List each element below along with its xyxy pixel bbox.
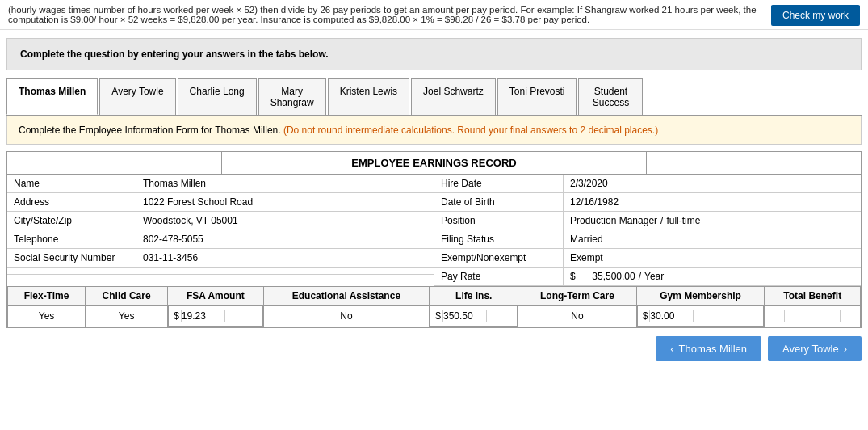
col-child-care: Child Care <box>86 287 168 306</box>
pay-rate-label: Pay Rate <box>434 268 564 285</box>
table-row: City/State/Zip Woodstock, VT 05001 <box>7 212 434 230</box>
total-benefit-input[interactable] <box>784 310 841 322</box>
ssn-value: 031-11-3456 <box>136 249 434 267</box>
flex-time-value: Yes <box>8 306 86 327</box>
record-left: Name Thomas Millen Address 1022 Forest S… <box>7 175 434 286</box>
earnings-record: EMPLOYEE EARNINGS RECORD Name Thomas Mil… <box>6 151 862 328</box>
table-row: Yes Yes $ No $ No $ <box>8 306 861 327</box>
next-label: Avery Towle <box>782 343 839 355</box>
position-label: Position <box>434 212 564 230</box>
dob-value: 12/16/1982 <box>564 193 861 211</box>
benefits-table: Flex-Time Child Care FSA Amount Educatio… <box>7 286 861 327</box>
tab-thomas-millen[interactable]: Thomas Millen <box>6 78 98 115</box>
check-my-work-button[interactable]: Check my work <box>771 5 860 26</box>
address-value: 1022 Forest School Road <box>136 193 434 211</box>
city-value: Woodstock, VT 05001 <box>136 212 434 230</box>
record-right: Hire Date 2/3/2020 Date of Birth 12/16/1… <box>434 175 861 286</box>
gym-input[interactable] <box>649 310 694 322</box>
fsa-value: $ <box>168 306 262 327</box>
name-value: Thomas Millen <box>136 175 434 192</box>
table-row: Filing Status Married <box>434 230 861 249</box>
fsa-input[interactable] <box>181 310 225 322</box>
table-row: Exempt/Nonexempt Exempt <box>434 249 861 268</box>
exempt-value: Exempt <box>564 249 861 267</box>
child-care-value: Yes <box>86 306 168 327</box>
table-row: Date of Birth 12/16/1982 <box>434 193 861 212</box>
position-value: Production Manager / full-time <box>564 212 861 230</box>
gym-value: $ <box>637 306 765 327</box>
tab-charlie-long[interactable]: Charlie Long <box>178 78 257 115</box>
earnings-record-title: EMPLOYEE EARNINGS RECORD <box>222 152 648 174</box>
earnings-header-left <box>7 152 222 174</box>
col-life: Life Ins. <box>430 287 518 306</box>
hire-date-value: 2/3/2020 <box>564 175 861 192</box>
top-instruction: Check my work (hourly wages times number… <box>0 0 868 30</box>
life-input[interactable] <box>442 310 487 322</box>
table-row <box>7 268 434 275</box>
col-total: Total Benefit <box>765 287 861 306</box>
telephone-label: Telephone <box>7 230 136 248</box>
table-row: Position Production Manager / full-time <box>434 212 861 230</box>
address-label: Address <box>7 193 136 211</box>
table-row: Address 1022 Forest School Road <box>7 193 434 212</box>
edu-value: No <box>263 306 430 327</box>
prev-arrow-icon: ‹ <box>670 343 673 355</box>
table-row: Telephone 802-478-5055 <box>7 230 434 249</box>
tabs-container: Thomas Millen Avery Towle Charlie Long M… <box>6 78 862 116</box>
next-button[interactable]: Avery Towle › <box>768 336 862 361</box>
col-longterm: Long-Term Care <box>518 287 636 306</box>
table-row: Hire Date 2/3/2020 <box>434 175 861 193</box>
filing-status-label: Filing Status <box>434 230 564 248</box>
name-label: Name <box>7 175 136 192</box>
next-arrow-icon: › <box>844 343 847 355</box>
blank-label <box>7 268 136 274</box>
col-fsa: FSA Amount <box>168 287 263 306</box>
total-benefit-value[interactable] <box>765 306 861 327</box>
question-instruction: Complete the Employee Information Form f… <box>6 116 862 145</box>
ssn-label: Social Security Number <box>7 249 136 267</box>
exempt-label: Exempt/Nonexempt <box>434 249 564 267</box>
city-label: City/State/Zip <box>7 212 136 230</box>
prev-button[interactable]: ‹ Thomas Millen <box>656 336 761 361</box>
tab-avery-towle[interactable]: Avery Towle <box>99 78 175 115</box>
col-gym: Gym Membership <box>636 287 765 306</box>
table-row: Pay Rate $ 35,500.00 / Year <box>434 268 861 286</box>
tab-kristen-lewis[interactable]: Kristen Lewis <box>328 78 409 115</box>
earnings-header-right <box>647 152 861 174</box>
life-value: $ <box>430 306 518 327</box>
table-row: Social Security Number 031-11-3456 <box>7 249 434 268</box>
filing-status-value: Married <box>564 230 861 248</box>
navigation-footer: ‹ Thomas Millen Avery Towle › <box>0 328 868 369</box>
instruction-box: Complete the question by entering your a… <box>6 38 862 70</box>
dob-label: Date of Birth <box>434 193 564 211</box>
pay-rate-value: $ 35,500.00 / Year <box>564 268 861 285</box>
blank-value <box>136 268 434 274</box>
col-edu: Educational Assistance <box>263 287 430 306</box>
tab-mary-shangraw[interactable]: MaryShangraw <box>258 78 326 115</box>
tab-joel-schwartz[interactable]: Joel Schwartz <box>411 78 496 115</box>
hire-date-label: Hire Date <box>434 175 564 192</box>
col-flex-time: Flex-Time <box>8 287 86 306</box>
longterm-value: No <box>518 306 636 327</box>
table-row: Name Thomas Millen <box>7 175 434 193</box>
tab-toni-prevosti[interactable]: Toni Prevosti <box>497 78 577 115</box>
prev-label: Thomas Millen <box>679 343 748 355</box>
tab-student-success[interactable]: StudentSuccess <box>578 78 643 115</box>
telephone-value: 802-478-5055 <box>136 230 434 248</box>
